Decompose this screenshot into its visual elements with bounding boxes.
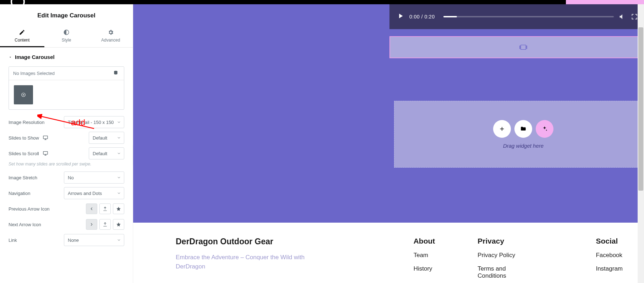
footer-brand: DerDragon Outdoor Gear	[176, 237, 321, 246]
image-stretch-select[interactable]: No	[64, 172, 124, 184]
tab-style[interactable]: Style	[44, 24, 89, 47]
video-progress-track[interactable]	[443, 16, 614, 17]
prev-arrow-upload[interactable]	[99, 203, 111, 214]
folder-button[interactable]	[514, 120, 532, 138]
images-box: No Images Selected	[9, 66, 124, 110]
section-image-carousel[interactable]: Image Carousel	[9, 54, 124, 60]
footer-about-title: About	[414, 237, 435, 245]
star-icon	[116, 222, 121, 227]
play-button[interactable]	[397, 12, 404, 21]
footer-privacy-title: Privacy	[477, 237, 532, 245]
page-footer: DerDragon Outdoor Gear Embrace the Adven…	[133, 223, 644, 283]
plus-icon	[499, 126, 505, 132]
slides-scroll-hint: Set how many slides are scrolled per swi…	[9, 162, 124, 167]
chevron-left-icon	[89, 206, 94, 211]
folder-icon	[520, 126, 526, 132]
prev-arrow-library[interactable]	[113, 203, 124, 214]
image-resolution-select[interactable]: Thumbnail - 150 x 150	[64, 116, 124, 128]
ai-button[interactable]	[536, 120, 553, 138]
scrollbar[interactable]	[638, 4, 644, 283]
sparkle-icon	[541, 126, 548, 132]
tab-style-label: Style	[62, 38, 71, 43]
slides-show-label: Slides to Show	[9, 135, 48, 141]
fullscreen-icon	[631, 13, 638, 20]
tab-content[interactable]: Content	[0, 24, 44, 47]
carousel-placeholder-icon	[519, 44, 527, 50]
scrollbar-thumb[interactable]	[638, 27, 643, 191]
drop-zone-text: Drag widget here	[503, 143, 544, 149]
chevron-right-icon	[89, 222, 94, 227]
header-bar	[0, 0, 644, 4]
upload-icon	[103, 222, 108, 227]
slides-scroll-select[interactable]: Default	[89, 147, 124, 159]
selected-widget-placeholder[interactable]	[389, 36, 644, 58]
drop-zone[interactable]: Drag widget here	[394, 101, 644, 168]
chevron-down-icon	[9, 55, 12, 59]
footer-link-instagram[interactable]: Instagram	[596, 265, 623, 272]
slides-show-select[interactable]: Default	[89, 132, 124, 144]
contrast-icon	[63, 29, 70, 36]
upload-icon	[103, 206, 108, 211]
panel-title: Edit Image Carousel	[0, 4, 133, 24]
next-arrow-controls	[86, 219, 124, 230]
tab-advanced[interactable]: Advanced	[88, 24, 133, 47]
volume-icon	[619, 13, 626, 20]
svg-rect-9	[519, 46, 520, 48]
editor-canvas: 0:00 / 0:20 Drag widget here Der	[133, 4, 644, 283]
add-widget-button[interactable]	[493, 120, 511, 138]
video-progress	[443, 16, 457, 17]
plus-icon	[21, 92, 26, 97]
volume-button[interactable]	[619, 13, 626, 20]
panel-tabs: Content Style Advanced	[0, 24, 133, 48]
svg-rect-3	[43, 152, 48, 154]
add-image-button[interactable]	[14, 85, 33, 104]
desktop-icon[interactable]	[43, 151, 48, 156]
desktop-icon[interactable]	[43, 135, 48, 141]
svg-rect-2	[43, 136, 48, 139]
video-player[interactable]: 0:00 / 0:20	[389, 4, 644, 29]
link-label: Link	[9, 238, 17, 243]
footer-tagline: Embrace the Adventure – Conquer the Wild…	[176, 253, 321, 271]
tab-advanced-label: Advanced	[101, 38, 120, 43]
footer-link-facebook[interactable]: Facebook	[596, 252, 623, 259]
video-time: 0:00 / 0:20	[409, 14, 435, 20]
next-arrow-default[interactable]	[86, 219, 97, 230]
footer-link-team[interactable]: Team	[414, 252, 435, 259]
image-resolution-label: Image Resolution	[9, 120, 44, 125]
prev-arrow-label: Previous Arrow Icon	[9, 206, 50, 212]
play-icon	[397, 12, 404, 20]
next-arrow-label: Next Arrow Icon	[9, 222, 41, 227]
gear-icon	[108, 29, 114, 36]
footer-social-title: Social	[596, 237, 623, 245]
database-icon[interactable]	[112, 70, 120, 76]
next-arrow-library[interactable]	[113, 219, 124, 230]
footer-link-privacy-policy[interactable]: Privacy Policy	[477, 252, 532, 259]
header-accent	[566, 0, 644, 4]
svg-rect-8	[521, 45, 526, 50]
star-icon	[116, 206, 121, 211]
footer-link-history[interactable]: History	[414, 265, 435, 272]
footer-link-terms[interactable]: Terms and Conditions	[477, 265, 532, 279]
prev-arrow-default[interactable]	[86, 203, 97, 214]
fullscreen-button[interactable]	[631, 13, 638, 20]
slides-scroll-label: Slides to Scroll	[9, 151, 48, 156]
pencil-icon	[19, 29, 25, 36]
image-stretch-label: Image Stretch	[9, 175, 37, 180]
prev-arrow-controls	[86, 203, 124, 214]
svg-rect-10	[526, 46, 527, 48]
section-title: Image Carousel	[15, 54, 55, 60]
navigation-label: Navigation	[9, 191, 30, 196]
no-images-text: No Images Selected	[13, 71, 55, 76]
tab-content-label: Content	[15, 38, 29, 43]
navigation-select[interactable]: Arrows and Dots	[64, 187, 124, 199]
editor-sidebar: Edit Image Carousel Content Style Advanc…	[0, 4, 133, 283]
link-select[interactable]: None	[64, 234, 124, 246]
next-arrow-upload[interactable]	[99, 219, 111, 230]
